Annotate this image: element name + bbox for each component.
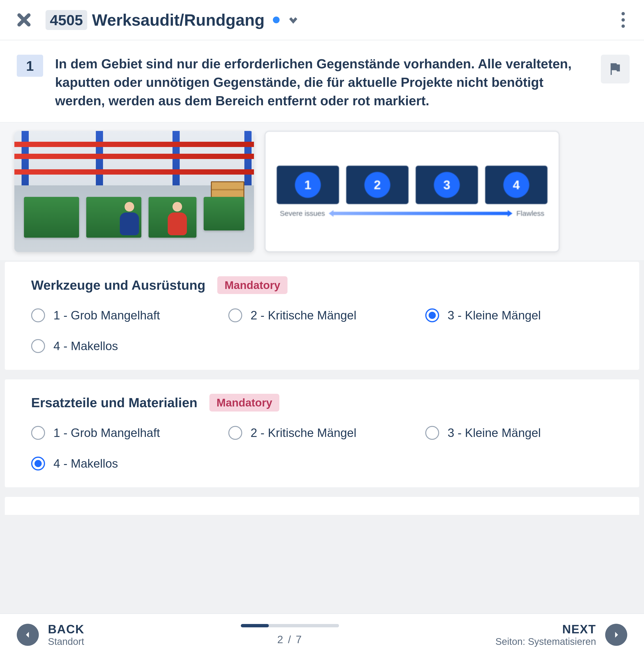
radio-group: 1 - Grob Mangelhaft 2 - Kritische Mängel… xyxy=(31,426,613,470)
section-tools: Werkzeuge und Ausrüstung Mandatory 1 - G… xyxy=(5,262,639,370)
factory-photo-placeholder xyxy=(14,131,254,252)
next-subtitle: Seiton: Systematisieren xyxy=(496,636,596,647)
section-spare-parts: Ersatzteile und Materialien Mandatory 1 … xyxy=(5,379,639,487)
flag-button[interactable] xyxy=(601,55,630,84)
chevron-right-icon xyxy=(612,631,621,639)
question-block: 1 In dem Gebiet sind nur die erforderlic… xyxy=(0,40,644,122)
next-section-peek xyxy=(5,497,639,515)
radio-option-2[interactable]: 2 - Kritische Mängel xyxy=(228,308,416,322)
scale-item: 2 xyxy=(346,166,409,204)
chevron-down-icon[interactable] xyxy=(288,15,299,25)
id-badge: 4505 xyxy=(46,10,87,30)
attachment-row: 1 2 3 4 Severe issues Flawless xyxy=(0,122,644,261)
radio-option-3[interactable]: 3 - Kleine Mängel xyxy=(425,426,613,440)
question-text: In dem Gebiet sind nur die erforderliche… xyxy=(55,55,589,110)
progress-fill xyxy=(241,624,269,627)
page-title: Werksaudit/Rundgang xyxy=(92,10,264,29)
attachment-image[interactable] xyxy=(14,131,254,252)
radio-option-1[interactable]: 1 - Grob Mangelhaft xyxy=(31,308,219,322)
scale-right-label: Flawless xyxy=(516,210,544,218)
section-title: Werkzeuge und Ausrüstung xyxy=(31,278,205,293)
section-title: Ersatzteile und Materialien xyxy=(31,395,198,410)
radio-option-4[interactable]: 4 - Makellos xyxy=(31,339,219,353)
radio-option-1[interactable]: 1 - Grob Mangelhaft xyxy=(31,426,219,440)
flag-icon xyxy=(608,62,622,76)
radio-option-3[interactable]: 3 - Kleine Mängel xyxy=(425,308,613,322)
next-button[interactable] xyxy=(605,624,627,646)
back-label: BACK xyxy=(48,622,84,636)
scale-gradient-icon xyxy=(332,212,509,215)
header: 4505 Werksaudit/Rundgang xyxy=(0,0,644,40)
mandatory-badge: Mandatory xyxy=(217,276,288,294)
mandatory-badge: Mandatory xyxy=(209,394,280,412)
footer-nav: BACK Standort 2 / 7 NEXT Seiton: Systema… xyxy=(0,613,644,659)
next-label: NEXT xyxy=(496,622,596,636)
scale-left-label: Severe issues xyxy=(280,210,325,218)
radio-option-2[interactable]: 2 - Kritische Mängel xyxy=(228,426,416,440)
close-icon[interactable] xyxy=(17,13,31,27)
progress-text: 2 / 7 xyxy=(277,634,303,645)
question-number: 1 xyxy=(17,55,43,77)
back-button[interactable] xyxy=(17,624,39,646)
back-subtitle: Standort xyxy=(48,636,84,647)
scale-item: 1 xyxy=(277,166,339,204)
chevron-left-icon xyxy=(23,631,32,639)
progress-bar xyxy=(241,624,339,627)
scale-item: 3 xyxy=(416,166,478,204)
rating-scale-preview[interactable]: 1 2 3 4 Severe issues Flawless xyxy=(265,131,559,252)
radio-option-4[interactable]: 4 - Makellos xyxy=(31,457,219,470)
more-menu-icon[interactable] xyxy=(619,9,627,30)
radio-group: 1 - Grob Mangelhaft 2 - Kritische Mängel… xyxy=(31,308,613,353)
scale-item: 4 xyxy=(485,166,548,204)
status-dot-icon xyxy=(273,17,280,23)
